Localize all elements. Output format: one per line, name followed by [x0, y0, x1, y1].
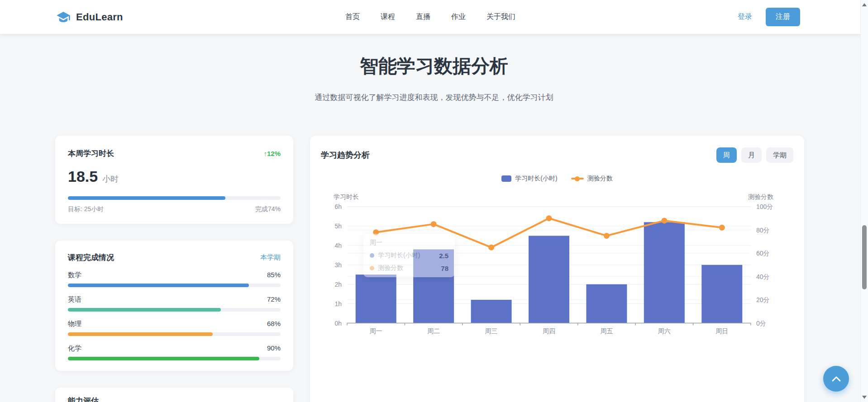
x-category-label: 周二: [427, 327, 440, 335]
subject-label: 英语: [68, 295, 81, 304]
y-left-tick-label: 4h: [334, 242, 342, 249]
line-point-周二[interactable]: [431, 221, 437, 227]
line-point-周五[interactable]: [604, 233, 610, 239]
semester-link[interactable]: 本学期: [260, 253, 281, 262]
range-toggle-1[interactable]: 月: [741, 147, 762, 163]
x-category-label: 周一: [370, 327, 382, 335]
subject-pct: 72%: [267, 295, 281, 304]
goal-label: 目标: 25小时: [68, 205, 104, 213]
chart-tooltip: 周一 学习时长(小时)2.5测验分数78: [363, 234, 455, 277]
legend-bar-swatch: [501, 175, 511, 182]
y-right-tick-label: 0分: [756, 320, 766, 327]
nav-item-2[interactable]: 直播: [416, 12, 430, 22]
y-right-axis-name: 测验分数: [748, 193, 773, 200]
subject-row-3: 化学90%: [68, 344, 281, 360]
scrollbar-down-arrow[interactable]: [862, 396, 867, 399]
chart-title: 学习趋势分析: [321, 150, 370, 161]
nav-item-0[interactable]: 首页: [345, 12, 360, 22]
chart-bar-周日[interactable]: [701, 265, 742, 323]
tooltip-row-1: 测验分数78: [370, 264, 448, 272]
legend-label: 学习时长(小时): [515, 175, 557, 183]
register-button[interactable]: 注册: [766, 8, 800, 26]
hero: 智能学习数据分析 通过数据可视化了解学习进度和表现，发现优势与不足，优化学习计划: [0, 34, 868, 103]
y-left-axis-name: 学习时长: [334, 193, 359, 200]
y-left-tick-label: 6h: [334, 203, 342, 210]
range-toggle-2[interactable]: 学期: [766, 147, 793, 163]
login-link[interactable]: 登录: [738, 12, 752, 22]
page-scrollbar[interactable]: [860, 0, 868, 402]
scrollbar-thumb[interactable]: [862, 225, 867, 289]
line-point-周四[interactable]: [546, 215, 552, 221]
y-left-tick-label: 5h: [334, 222, 342, 230]
scroll-to-top-button[interactable]: [823, 366, 849, 392]
chart-bar-周五[interactable]: [586, 284, 627, 323]
range-toggle-group: 周月学期: [716, 147, 793, 163]
chart-bar-周四[interactable]: [529, 236, 569, 323]
subject-progress-track: [68, 284, 281, 287]
y-right-tick-label: 60分: [756, 250, 770, 257]
x-category-label: 周六: [658, 327, 671, 335]
subject-pct: 85%: [267, 271, 281, 279]
subject-pct: 68%: [267, 320, 281, 328]
weekly-hours-card: 本周学习时长 ↑12% 18.5 小时 目标: 25小时 完成74%: [55, 136, 293, 224]
y-left-tick-label: 3h: [334, 261, 342, 269]
line-point-周日[interactable]: [719, 225, 725, 231]
range-toggle-0[interactable]: 周: [716, 147, 737, 163]
subject-progress-fill: [68, 284, 249, 287]
nav-links: 首页课程直播作业关于我们: [345, 12, 515, 22]
subject-list: 数学85%英语72%物理68%化学90%: [68, 271, 281, 360]
page-subtitle: 通过数据可视化了解学习进度和表现，发现优势与不足，优化学习计划: [0, 92, 868, 103]
y-right-tick-label: 80分: [756, 227, 770, 234]
tooltip-row-0: 学习时长(小时)2.5: [370, 251, 448, 260]
x-category-label: 周四: [543, 327, 555, 335]
x-category-label: 周日: [715, 327, 728, 335]
y-right-tick-label: 20分: [756, 296, 770, 303]
y-right-tick-label: 100分: [756, 203, 773, 210]
subject-row-0: 数学85%: [68, 271, 281, 287]
chart-bar-周一[interactable]: [356, 274, 396, 323]
subject-progress-track: [68, 308, 281, 312]
page: EduLearn 首页课程直播作业关于我们 登录 注册 智能学习数据分析 通过数…: [0, 0, 868, 402]
x-category-label: 周五: [600, 327, 613, 335]
brand[interactable]: EduLearn: [55, 10, 123, 24]
legend-item-0[interactable]: 学习时长(小时): [501, 175, 557, 183]
brand-name: EduLearn: [76, 11, 123, 23]
subject-label: 数学: [68, 271, 81, 279]
left-column: 本周学习时长 ↑12% 18.5 小时 目标: 25小时 完成74% 课程完成情…: [55, 136, 293, 402]
y-left-tick-label: 1h: [334, 300, 342, 307]
nav-item-1[interactable]: 课程: [381, 12, 395, 22]
subject-label: 化学: [68, 344, 81, 353]
y-left-tick-label: 0h: [334, 320, 342, 327]
legend-item-1[interactable]: 测验分数: [571, 175, 613, 183]
ability-card: 能力评估: [55, 388, 293, 402]
auth-area: 登录 注册: [738, 8, 800, 26]
chart-legend: 学习时长(小时)测验分数: [321, 175, 793, 183]
subject-progress-track: [68, 332, 281, 336]
nav-item-4[interactable]: 关于我们: [486, 12, 515, 22]
scrollbar-up-arrow[interactable]: [862, 3, 867, 6]
page-title: 智能学习数据分析: [0, 54, 868, 79]
line-point-周三[interactable]: [488, 245, 494, 251]
chevron-up-icon: [831, 376, 841, 382]
nav-item-3[interactable]: 作业: [451, 12, 466, 22]
course-card-title: 课程完成情况: [68, 252, 114, 263]
chart-bar-周三[interactable]: [471, 300, 512, 323]
subject-progress-fill: [68, 308, 221, 312]
weekly-progress-track: [68, 196, 281, 200]
line-point-周六[interactable]: [661, 218, 667, 223]
chart-bar-周六[interactable]: [644, 222, 685, 323]
subject-progress-fill: [68, 357, 259, 360]
subject-pct: 90%: [267, 344, 281, 353]
ability-card-title: 能力评估: [68, 397, 99, 402]
weekly-hours-value: 18.5: [68, 168, 98, 185]
subject-row-2: 物理68%: [68, 320, 281, 336]
completion-label: 完成74%: [255, 205, 281, 213]
course-completion-card: 课程完成情况 本学期 数学85%英语72%物理68%化学90%: [55, 241, 293, 371]
x-category-label: 周三: [485, 327, 498, 335]
subject-progress-track: [68, 357, 281, 360]
subject-row-1: 英语72%: [68, 295, 281, 312]
weekly-card-title: 本周学习时长: [68, 148, 114, 159]
legend-label: 测验分数: [587, 175, 613, 183]
graduation-cap-icon: [55, 10, 72, 24]
weekly-hours-unit: 小时: [102, 174, 119, 184]
